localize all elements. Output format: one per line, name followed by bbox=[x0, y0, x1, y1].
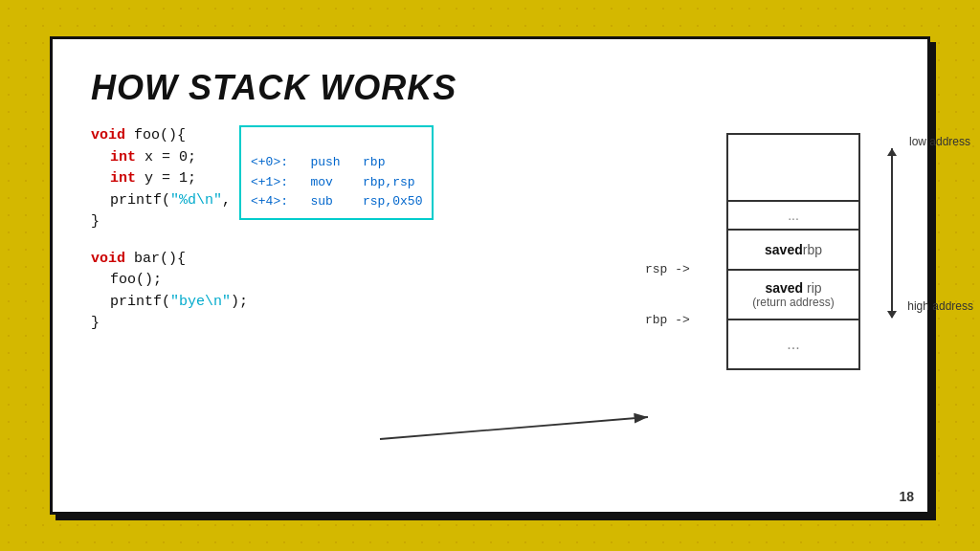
low-address-label: low address bbox=[909, 135, 970, 148]
svg-line-1 bbox=[380, 417, 648, 439]
stack-cell-saved-rip: saved rip (return address) bbox=[728, 271, 858, 320]
high-address-label: high address bbox=[907, 299, 973, 313]
saved-rip-text: rip bbox=[803, 280, 821, 296]
slide: HOW STACK WORKS void foo(){ int x = 0; i… bbox=[50, 36, 930, 515]
kw-int-y: int bbox=[110, 170, 136, 187]
string-bye: "bye\n" bbox=[170, 292, 231, 314]
stack-container: ... saved rbp saved rip (return address)… bbox=[726, 133, 860, 370]
saved-rip-bold: saved bbox=[765, 280, 803, 296]
asm-box: <+0>: push rbp <+1>: mov rbp,rsp <+4>: s… bbox=[239, 125, 434, 220]
string-format: "%d\n" bbox=[170, 192, 222, 209]
content-area: void foo(){ int x = 0; int y = 1; printf… bbox=[91, 125, 889, 370]
code-spacer bbox=[91, 233, 679, 249]
saved-rbp-text: rbp bbox=[803, 242, 822, 257]
code-line-10: } bbox=[91, 313, 679, 335]
stack-cell-dots1: ... bbox=[728, 202, 858, 231]
kw-int-x: int bbox=[110, 149, 136, 165]
slide-title: HOW STACK WORKS bbox=[91, 68, 889, 108]
stack-area: low address high address rsp -> rbp -> .… bbox=[698, 125, 889, 370]
slide-number: 18 bbox=[899, 489, 914, 504]
kw-void-bar: void bbox=[91, 251, 134, 267]
kw-void-foo: void bbox=[91, 127, 134, 143]
address-line-bottom bbox=[891, 203, 893, 318]
stack-cell-saved-rbp: saved rbp bbox=[728, 231, 858, 271]
saved-rbp-bold: saved bbox=[765, 242, 803, 257]
arrow-head-up bbox=[887, 148, 897, 156]
code-line-7: void bar(){ bbox=[91, 249, 679, 271]
return-address-text: (return address) bbox=[752, 296, 834, 309]
code-area: void foo(){ int x = 0; int y = 1; printf… bbox=[91, 125, 679, 370]
code-line-8: foo(); bbox=[91, 270, 679, 292]
rbp-label: rbp -> bbox=[645, 313, 690, 327]
code-line-9: printf("bye\n"); bbox=[91, 292, 679, 314]
stack-cell-dots2: ... bbox=[728, 320, 858, 368]
stack-cell-top bbox=[728, 135, 858, 202]
rsp-label: rsp -> bbox=[645, 262, 690, 276]
arrow-head-down bbox=[887, 311, 897, 319]
